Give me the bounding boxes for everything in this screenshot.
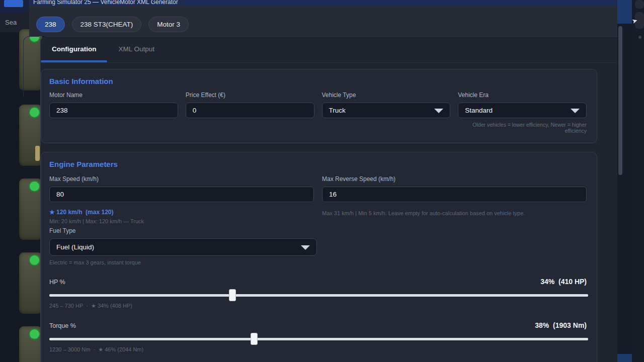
tab-xml-output[interactable]: XML Output	[107, 37, 166, 62]
section-title: Basic Information	[49, 77, 587, 85]
motor-chip-238[interactable]: 238	[36, 17, 65, 32]
vehicle-era-label: Vehicle Era	[458, 92, 587, 99]
dropdown-caret-icon	[301, 245, 310, 250]
max-speed-suggestion: ★ 120 km/h (max 120)	[49, 209, 314, 216]
max-speed-range-note: Min: 20 km/h | Max: 120 km/h — Truck	[49, 218, 314, 224]
max-speed-field-group: Max Speed (km/h) 80 ★ 120 km/h (max 120)…	[49, 175, 314, 224]
modal-edge-top	[617, 0, 632, 24]
torque-slider-value: 38% (1903 Nm)	[535, 321, 587, 329]
motor-name-input[interactable]: 238	[49, 103, 178, 118]
vehicle-era-select[interactable]: Standard	[458, 103, 587, 118]
vehicle-type-field-group: Vehicle Type Truck	[322, 92, 451, 134]
max-reverse-speed-field-group: Max Reverse Speed (km/h) 16 Max 31 km/h …	[322, 175, 587, 224]
fuel-type-value: Fuel (Liquid)	[56, 243, 94, 251]
vehicle-type-value: Truck	[329, 107, 346, 114]
background-blue-button	[4, 0, 23, 7]
motor-chip-motor-3[interactable]: Motor 3	[148, 17, 189, 32]
vehicle-status-icon	[29, 254, 40, 266]
hp-slider-label: HP %	[49, 279, 65, 286]
vehicle-era-field-group: Vehicle Era Standard Older vehicles = lo…	[458, 92, 587, 134]
dropdown-caret-icon	[434, 109, 443, 113]
fuel-type-note: Electric = max 3 gears, instant torque	[49, 259, 587, 265]
vehicle-thumbnail	[19, 178, 42, 240]
torque-slider[interactable]	[49, 338, 588, 340]
torque-slider-label: Torque %	[49, 322, 76, 329]
engine-parameters-section: Engine Parameters Max Speed (km/h) 80 ★ …	[41, 152, 597, 362]
motor-name-field-group: Motor Name 238	[49, 92, 178, 134]
vehicle-status-icon	[29, 107, 40, 118]
tab-configuration[interactable]: Configuration	[41, 37, 107, 62]
hp-slider-thumb[interactable]	[229, 289, 236, 301]
motor-chip-238-st3[interactable]: 238 ST3(CHEAT)	[72, 17, 142, 32]
max-reverse-speed-note: Max 31 km/h | Min 5 km/h. Leave empty fo…	[322, 210, 587, 216]
hp-slider-value: 34% (410 HP)	[540, 278, 587, 286]
background-panel-corner	[23, 36, 39, 97]
price-effect-label: Price Effect (€)	[186, 92, 314, 99]
modal-scrollbar-thumb[interactable]	[618, 26, 622, 175]
max-reverse-speed-input[interactable]: 16	[322, 187, 587, 202]
motor-chip-row: 238 238 ST3(CHEAT) Motor 3	[29, 6, 617, 36]
basic-information-section: Basic Information Motor Name 238 Price E…	[41, 69, 597, 143]
vehicle-image-detail	[35, 146, 40, 161]
vehicle-thumbnail	[19, 252, 42, 314]
max-reverse-speed-label: Max Reverse Speed (km/h)	[322, 175, 587, 183]
price-effect-field-group: Price Effect (€) 0	[186, 92, 314, 134]
torque-slider-block: Torque % 38% (1903 Nm) 1230 – 3000 Nm · …	[49, 321, 587, 353]
dropdown-caret-icon	[571, 109, 580, 113]
vehicle-thumbnail	[19, 326, 42, 362]
background-dot	[638, 36, 641, 39]
fuel-type-select[interactable]: Fuel (Liquid)	[49, 238, 317, 256]
max-speed-label: Max Speed (km/h)	[49, 175, 314, 183]
hp-slider-note: 245 – 730 HP · ★ 34% (408 HP)	[49, 303, 587, 309]
vehicle-era-value: Standard	[465, 107, 493, 114]
fuel-type-label: Fuel Type	[49, 227, 587, 234]
window-title-bar: Farming Simulator 25 — VehicleMotor XML …	[29, 0, 617, 6]
background-card-edge	[635, 0, 644, 9]
modal-content-panel: Configuration XML Output Basic Informati…	[40, 36, 617, 362]
modal-edge-bottom	[617, 354, 632, 362]
vehicle-status-icon	[29, 328, 40, 340]
vehicle-thumbnail	[19, 105, 42, 166]
vehicle-era-helper: Older vehicles = lower efficiency, Newer…	[458, 122, 587, 134]
hp-slider-block: HP % 34% (410 HP) 245 – 730 HP · ★ 34% (…	[49, 278, 587, 309]
vehicle-status-icon	[29, 180, 40, 192]
torque-slider-note: 1230 – 3000 Nm · ★ 46% (2044 Nm)	[49, 346, 587, 353]
background-right-sliver	[632, 0, 644, 362]
vehicle-type-select[interactable]: Truck	[322, 103, 451, 118]
section-title: Engine Parameters	[49, 160, 587, 168]
torque-slider-thumb[interactable]	[251, 333, 258, 345]
vehicle-type-label: Vehicle Type	[322, 92, 451, 99]
tab-bar: Configuration XML Output	[41, 37, 617, 63]
price-effect-input[interactable]: 0	[186, 103, 314, 118]
max-speed-input[interactable]: 80	[49, 187, 314, 202]
hp-slider[interactable]	[49, 294, 588, 297]
window-title: Farming Simulator 25 — VehicleMotor XML …	[33, 0, 178, 6]
motor-name-label: Motor Name	[49, 92, 178, 99]
